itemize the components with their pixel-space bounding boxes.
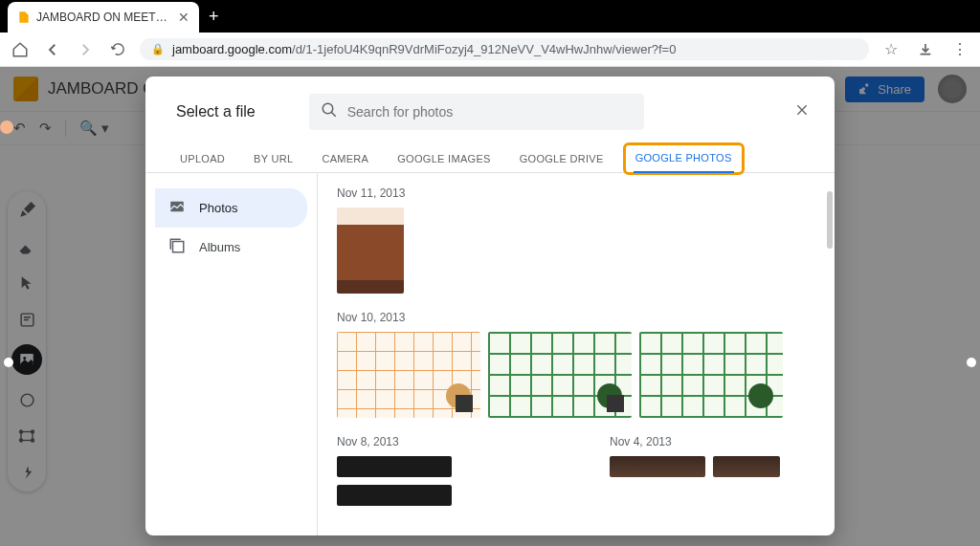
jamboard-favicon-icon <box>17 10 31 25</box>
url-input[interactable]: 🔒 jamboard.google.com/d/1-1jefoU4K9qnR9V… <box>140 38 869 60</box>
url-text: jamboard.google.com/d/1-1jefoU4K9qnR9Vdr… <box>172 42 676 56</box>
sidebar-item-albums[interactable]: Albums <box>155 228 307 267</box>
close-button[interactable] <box>794 102 810 121</box>
back-icon[interactable] <box>42 39 63 60</box>
svg-rect-11 <box>173 242 184 252</box>
file-picker-modal: Select a file UPLOAD BY URL CAMERA GOOGL… <box>145 76 835 535</box>
sidebar-label: Photos <box>199 201 237 215</box>
tab-google-drive[interactable]: GOOGLE DRIVE <box>518 145 606 172</box>
browser-tab[interactable]: JAMBOARD ON MEETBOARD ✕ <box>8 2 199 33</box>
browser-tab-bar: JAMBOARD ON MEETBOARD ✕ + <box>0 0 980 33</box>
modal-sidebar: Photos Albums <box>145 173 318 535</box>
home-icon[interactable] <box>10 39 31 60</box>
tab-google-photos[interactable]: GOOGLE PHOTOS <box>634 144 734 173</box>
date-header: Nov 11, 2013 <box>337 186 815 200</box>
bookmark-star-icon[interactable]: ☆ <box>880 39 902 60</box>
sidebar-label: Albums <box>199 240 240 254</box>
photo-thumbnail[interactable] <box>488 332 632 418</box>
svg-point-9 <box>323 103 333 114</box>
lock-icon: 🔒 <box>151 43 165 55</box>
search-icon <box>321 101 338 122</box>
tab-close-icon[interactable]: ✕ <box>178 10 189 25</box>
frame-indicator-left[interactable] <box>4 358 13 367</box>
tab-camera[interactable]: CAMERA <box>320 145 370 172</box>
photos-icon <box>168 198 186 218</box>
download-icon[interactable] <box>915 39 936 60</box>
kebab-menu-icon[interactable]: ⋮ <box>949 39 970 60</box>
photo-grid[interactable]: Nov 11, 2013 Nov 10, 2013 Nov 8, <box>318 173 835 535</box>
scrollbar[interactable] <box>827 191 833 249</box>
annotation-dot <box>0 120 13 134</box>
albums-icon <box>168 237 186 257</box>
tab-title: JAMBOARD ON MEETBOARD <box>36 11 172 24</box>
photo-thumbnail[interactable] <box>337 207 404 294</box>
photo-thumbnail[interactable] <box>639 332 783 418</box>
modal-tabs: UPLOAD BY URL CAMERA GOOGLE IMAGES GOOGL… <box>145 140 835 173</box>
tab-by-url[interactable]: BY URL <box>252 145 295 172</box>
frame-indicator-right[interactable] <box>967 358 976 367</box>
search-field[interactable] <box>309 94 644 130</box>
forward-icon[interactable] <box>75 39 96 60</box>
browser-address-bar: 🔒 jamboard.google.com/d/1-1jefoU4K9qnR9V… <box>0 33 980 67</box>
tab-google-images[interactable]: GOOGLE IMAGES <box>395 145 492 172</box>
sidebar-item-photos[interactable]: Photos <box>155 188 307 228</box>
tab-upload[interactable]: UPLOAD <box>178 145 227 172</box>
modal-title: Select a file <box>176 103 256 120</box>
new-tab-button[interactable]: + <box>209 7 219 27</box>
search-input[interactable] <box>347 104 633 120</box>
date-header: Nov 10, 2013 <box>337 311 815 324</box>
photo-thumbnail[interactable] <box>337 485 452 506</box>
reload-icon[interactable] <box>107 39 128 60</box>
photo-thumbnail[interactable] <box>337 456 452 477</box>
date-header: Nov 8, 2013 <box>337 435 543 448</box>
date-header: Nov 4, 2013 <box>610 435 815 448</box>
highlight-annotation: GOOGLE PHOTOS <box>623 142 745 175</box>
photo-thumbnail[interactable] <box>610 456 705 477</box>
photo-thumbnail[interactable] <box>337 332 480 418</box>
svg-rect-10 <box>170 202 184 212</box>
photo-thumbnail[interactable] <box>713 456 780 477</box>
